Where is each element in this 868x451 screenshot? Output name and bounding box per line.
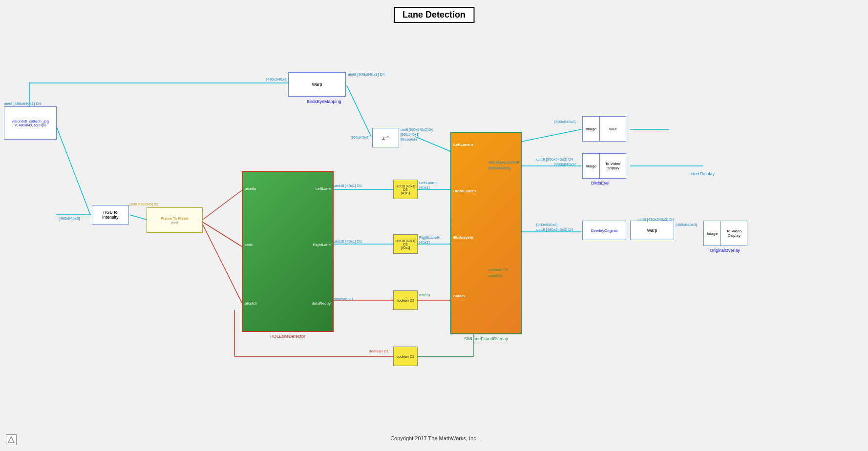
buf-leftlane: uint16 [40x1] D3 [40x1]: [393, 180, 418, 199]
warp-bottom-label: Warp: [647, 228, 657, 233]
canvas: Lane Detection: [0, 0, 868, 451]
source-label: visionhdl_caltech_jpg: [12, 119, 49, 123]
buf-rightlane: uint16 [40x1] D3 [40x1]: [393, 234, 418, 254]
hdl-port-dataready: dataReady: [312, 301, 331, 306]
svg-line-5: [203, 225, 242, 303]
sw-port-leftlanein: LeftLaneIn: [453, 143, 473, 147]
hdl-port-leftlane: LeftLane: [316, 186, 331, 191]
svg-line-2: [129, 215, 147, 220]
hdl-port-rightlane: RightLane: [313, 243, 331, 247]
sw-block-title: SWLaneFitandOverlay: [464, 336, 508, 341]
sw-port-datain: dataIn: [453, 294, 465, 298]
delay-block: z⁻¹: [372, 128, 399, 147]
svg-line-3: [203, 190, 242, 220]
svg-line-18: [522, 129, 581, 142]
frame-label: Frame To Pixels: [161, 216, 189, 221]
sw-port-rightlanein: RightLaneIn: [453, 189, 476, 193]
video-display-annotation: ided Display: [691, 171, 715, 176]
source-sublabel: V: 480x640, 60.0 fps: [15, 123, 46, 127]
to-video-birds-block: Image To VideoDisplay: [582, 153, 626, 179]
warp-top-label: Warp: [312, 82, 322, 87]
hdl-port-pixelctl: pixelctl: [245, 301, 256, 306]
svg-line-0: [56, 126, 90, 215]
to-video-orig-label: To VideoDisplay: [726, 229, 741, 238]
simulink-icon[interactable]: [6, 434, 17, 445]
svg-marker-25: [8, 437, 14, 443]
to-video-birds-label: To VideoDisplay: [605, 162, 620, 170]
hdl-block-title: HDLLaneDetector: [270, 334, 305, 339]
buf-dataready: boolean D2: [393, 290, 418, 310]
hdl-port-pixelin: pixelIn: [245, 186, 256, 191]
svg-line-17: [415, 137, 450, 151]
diagram-title: Lane Detection: [394, 7, 474, 23]
overlay-original-block: OverlayOriginal: [582, 221, 626, 240]
rgb-label: RGB to intensity: [102, 210, 118, 220]
copyright: Copyright 2017 The MathWorks, Inc.: [390, 435, 478, 441]
source-block: visionhdl_caltech_jpg V: 480x640, 60.0 f…: [4, 106, 57, 140]
sw-port-birdseyein: BirdseyeIn: [453, 235, 473, 240]
to-video-original-block: Image To VideoDisplay: [703, 221, 747, 246]
svg-line-16: [347, 85, 371, 137]
overlay-original-label: OverlayOriginal: [591, 228, 617, 233]
rgb-intensity-block: RGB to intensity: [92, 205, 129, 225]
warp-bottom-block: Warp: [630, 221, 674, 240]
buf-feedback: boolean D1: [393, 347, 418, 366]
original-overlay-title: OriginalOverlay: [710, 248, 740, 253]
svg-line-4: [203, 222, 242, 246]
warp-top-block: Warp: [288, 72, 346, 97]
warp-top-title: BirdsEyeMapping: [307, 99, 341, 104]
hdl-port-ctrlin: ctrlIn: [245, 243, 253, 247]
birds-eye-title: BirdsEye: [591, 181, 609, 185]
birds-eye-image-block: Image vout: [582, 116, 626, 142]
frame-pixels-block: Frame To Pixels pixel: [147, 207, 203, 233]
delay-label: z⁻¹: [382, 135, 389, 141]
source-signal: uint8 [480x640x1] D4: [4, 102, 41, 106]
hdl-block: pixelIn ctrlIn pixelctl LeftLane RightLa…: [242, 171, 334, 332]
rgb-in-signal: [480x640x3]: [59, 216, 80, 221]
